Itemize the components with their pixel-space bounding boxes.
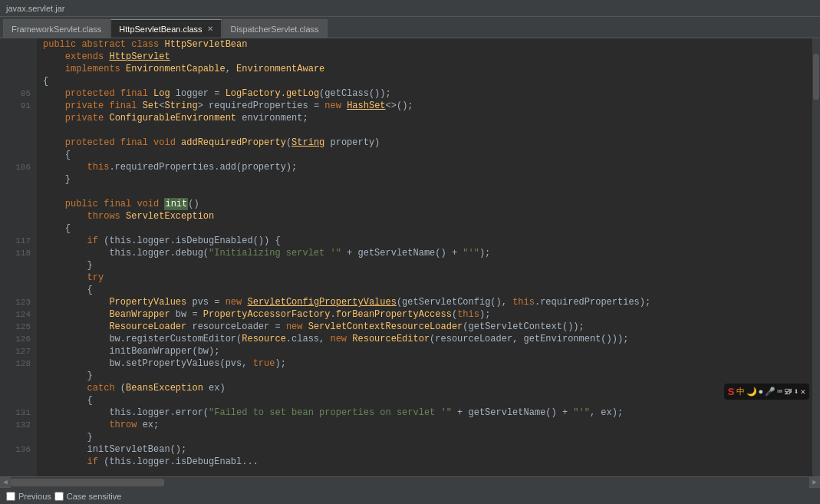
- tray-icon-3[interactable]: ⌨: [777, 387, 782, 397]
- tab-framework-label: FrameworkServlet.class: [12, 25, 101, 34]
- tab-httpservlet-label: HttpServletBean.class: [119, 25, 202, 34]
- line-number-13: [0, 198, 31, 210]
- line-number-21: 123: [0, 296, 31, 308]
- tray-icon-0[interactable]: 🌙: [746, 387, 757, 397]
- code-line-21: PropertyValues pvs = new ServletConfigPr…: [43, 296, 812, 308]
- hscroll-left-btn[interactable]: ◀: [0, 477, 11, 488]
- line-number-28: [0, 382, 31, 394]
- line-number-22: 124: [0, 308, 31, 321]
- case-sensitive-label[interactable]: Case sensitive: [67, 492, 122, 501]
- tray-icon-6[interactable]: ✕: [800, 387, 805, 397]
- bottom-bar: Previous Case sensitive: [0, 487, 820, 504]
- line-number-18: [0, 259, 31, 272]
- line-number-11: [0, 173, 31, 186]
- code-line-2: implements EnvironmentCapable, Environme…: [43, 63, 812, 75]
- line-number-10: 106: [0, 161, 31, 173]
- line-number-8: [0, 137, 31, 149]
- code-line-17: this.logger.debug("Initializing servlet …: [43, 247, 812, 259]
- line-number-17: 118: [0, 247, 31, 259]
- code-line-11: }: [43, 173, 812, 186]
- hscroll-thumb[interactable]: [11, 479, 164, 486]
- line-number-7: [0, 124, 31, 137]
- code-line-30: this.logger.error("Failed to set bean pr…: [43, 407, 812, 419]
- line-number-0: [0, 38, 31, 51]
- chinese-input-icon[interactable]: 中: [736, 386, 745, 397]
- previous-label[interactable]: Previous: [18, 492, 51, 501]
- code-line-12: [43, 186, 812, 198]
- case-sensitive-checkbox[interactable]: [54, 492, 64, 501]
- code-line-23: ResourceLoader resourceLoader = new Serv…: [43, 321, 812, 333]
- code-line-26: bw.setPropertyValues(pvs, true);: [43, 357, 812, 370]
- previous-checkbox[interactable]: [6, 492, 15, 501]
- code-line-28: catch (BeansException ex): [43, 382, 812, 394]
- code-line-4: protected final Log logger = LogFactory.…: [43, 87, 812, 100]
- line-number-2: [0, 63, 31, 75]
- hscroll-track[interactable]: [11, 477, 809, 488]
- tray-icons: S中🌙●🎤⌨🖳⬇✕: [724, 384, 809, 400]
- sogou-icon[interactable]: S: [728, 386, 735, 397]
- line-number-30: 131: [0, 407, 31, 419]
- line-number-25: 127: [0, 345, 31, 357]
- line-number-5: 91: [0, 100, 31, 112]
- code-area[interactable]: public abstract class HttpServletBean ex…: [37, 38, 812, 476]
- code-line-13: public final void init(): [43, 198, 812, 210]
- editor-container: 8591106117118123124125126127128131132136…: [0, 38, 820, 476]
- line-number-31: 132: [0, 419, 31, 431]
- code-line-6: private ConfigurableEnvironment environm…: [43, 112, 812, 124]
- code-line-14: throws ServletException: [43, 210, 812, 222]
- code-line-20: {: [43, 284, 812, 296]
- code-line-18: }: [43, 259, 812, 272]
- horizontal-scrollbar[interactable]: ◀ ▶: [0, 476, 820, 487]
- code-line-3: {: [43, 75, 812, 87]
- title-bar: javax.servlet.jar: [0, 0, 820, 17]
- code-line-31: throw ex;: [43, 419, 812, 431]
- tab-close-icon[interactable]: ✕: [207, 25, 213, 33]
- line-number-1: [0, 51, 31, 63]
- hscroll-right-btn[interactable]: ▶: [809, 477, 820, 488]
- code-line-32: }: [43, 431, 812, 443]
- editor-wrapper: 8591106117118123124125126127128131132136…: [0, 38, 820, 504]
- tray-icon-5[interactable]: ⬇: [794, 387, 799, 397]
- line-number-4: 85: [0, 87, 31, 100]
- tray-icon-4[interactable]: 🖳: [784, 387, 792, 397]
- line-number-34: [0, 456, 31, 468]
- scrollbar-vertical[interactable]: [812, 38, 820, 476]
- line-number-20: [0, 284, 31, 296]
- code-line-9: {: [43, 149, 812, 161]
- gutter: 8591106117118123124125126127128131132136: [0, 38, 37, 476]
- line-number-32: [0, 431, 31, 443]
- line-number-19: [0, 272, 31, 284]
- line-number-16: 117: [0, 235, 31, 247]
- tray-icon-1[interactable]: ●: [759, 387, 764, 397]
- code-line-0: public abstract class HttpServletBean: [43, 38, 812, 51]
- code-line-33: initServletBean();: [43, 443, 812, 456]
- tab-framework[interactable]: FrameworkServlet.class: [3, 19, 110, 38]
- tray-icon-2[interactable]: 🎤: [765, 387, 776, 397]
- line-number-9: [0, 149, 31, 161]
- tab-bar: FrameworkServlet.class HttpServletBean.c…: [0, 17, 820, 38]
- line-number-6: [0, 112, 31, 124]
- line-number-15: [0, 222, 31, 235]
- line-number-29: [0, 394, 31, 407]
- scrollbar-thumb[interactable]: [813, 54, 819, 100]
- code-line-29: {: [43, 394, 812, 407]
- line-number-14: [0, 210, 31, 222]
- tab-httpservlet[interactable]: HttpServletBean.class ✕: [110, 19, 221, 38]
- line-number-12: [0, 186, 31, 198]
- tab-dispatcher[interactable]: DispatcherServlet.class: [222, 19, 328, 38]
- line-number-3: [0, 75, 31, 87]
- tab-dispatcher-label: DispatcherServlet.class: [231, 25, 319, 34]
- line-number-24: 126: [0, 333, 31, 345]
- line-number-23: 125: [0, 321, 31, 333]
- code-line-8: protected final void addRequiredProperty…: [43, 137, 812, 149]
- line-number-33: 136: [0, 443, 31, 456]
- code-line-24: bw.registerCustomEditor(Resource.class, …: [43, 333, 812, 345]
- code-line-22: BeanWrapper bw = PropertyAccessorFactory…: [43, 308, 812, 321]
- code-line-27: }: [43, 370, 812, 382]
- code-lines: public abstract class HttpServletBean ex…: [43, 38, 812, 468]
- code-line-34: if (this.logger.isDebugEnabl...: [43, 456, 812, 468]
- code-line-7: [43, 124, 812, 137]
- code-line-1: extends HttpServlet: [43, 51, 812, 63]
- code-line-5: private final Set<String> requiredProper…: [43, 100, 812, 112]
- code-line-19: try: [43, 272, 812, 284]
